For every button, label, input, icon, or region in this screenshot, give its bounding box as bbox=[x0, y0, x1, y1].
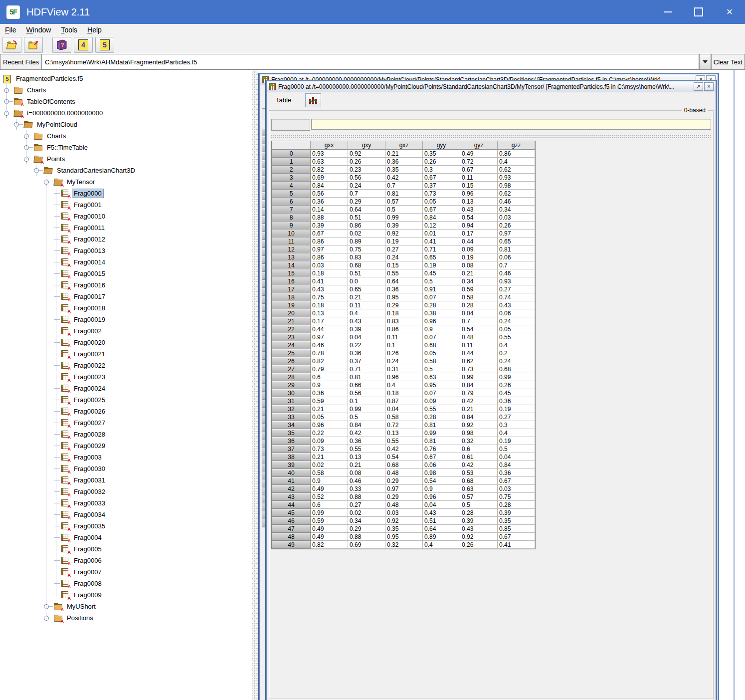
expand-handle[interactable] bbox=[44, 604, 49, 609]
table-cell[interactable]: 0.9 bbox=[423, 325, 460, 333]
column-header-gxz[interactable]: gxz bbox=[385, 141, 423, 150]
table-cell[interactable]: 0.62 bbox=[498, 190, 535, 198]
table-cell[interactable]: 0.69 bbox=[311, 174, 348, 182]
table-cell[interactable]: 0.99 bbox=[460, 373, 498, 381]
table-cell[interactable]: 0.43 bbox=[348, 317, 385, 325]
column-header-gzz[interactable]: gzz bbox=[498, 141, 535, 150]
table-cell[interactable]: 0.28 bbox=[423, 413, 460, 421]
row-header[interactable]: 32 bbox=[272, 405, 311, 413]
tree-item-t=000000000.0000000000[interactable]: At=000000000.0000000000 bbox=[0, 107, 252, 119]
table-cell[interactable]: 0.36 bbox=[311, 389, 348, 397]
tree-item-frag0008[interactable]: AFrag0008 bbox=[0, 578, 252, 589]
table-cell[interactable]: 0.29 bbox=[385, 493, 423, 501]
expand-handle[interactable] bbox=[24, 157, 29, 162]
row-header[interactable]: 14 bbox=[272, 261, 311, 269]
tree-item-frag0001[interactable]: AFrag0001 bbox=[0, 199, 252, 211]
tree-item-mypointcloud[interactable]: MyPointCloud bbox=[0, 119, 252, 130]
row-header[interactable]: 36 bbox=[272, 437, 311, 445]
table-cell[interactable]: 0.58 bbox=[385, 413, 423, 421]
table-cell[interactable]: 0.7 bbox=[460, 317, 498, 325]
active-frame[interactable]: Frag0000 at /t=000000000.0000000000/MyPo… bbox=[266, 80, 717, 700]
table-cell[interactable]: 0.67 bbox=[423, 174, 460, 182]
frame-close-button[interactable]: × bbox=[704, 82, 714, 91]
table-cell[interactable]: 0.81 bbox=[423, 421, 460, 429]
table-cell[interactable]: 0.3 bbox=[423, 166, 460, 174]
table-cell[interactable]: 0.82 bbox=[311, 541, 348, 549]
table-cell[interactable]: 0.98 bbox=[498, 182, 535, 190]
table-cell[interactable]: 0.42 bbox=[460, 461, 498, 469]
table-cell[interactable]: 0.42 bbox=[460, 397, 498, 405]
table-corner[interactable] bbox=[272, 141, 311, 150]
cell-value-field[interactable] bbox=[311, 119, 711, 130]
table-cell[interactable]: 0.11 bbox=[385, 333, 423, 341]
table-cell[interactable]: 0.27 bbox=[348, 501, 385, 509]
table-cell[interactable]: 0.85 bbox=[498, 525, 535, 533]
tree-item-frag0009[interactable]: AFrag0009 bbox=[0, 589, 252, 601]
table-cell[interactable]: 0.33 bbox=[348, 485, 385, 493]
table-cell[interactable]: 0.96 bbox=[385, 373, 423, 381]
table-cell[interactable]: 0.54 bbox=[460, 214, 498, 222]
row-header[interactable]: 39 bbox=[272, 461, 311, 469]
table-cell[interactable]: 0.18 bbox=[311, 301, 348, 309]
expand-handle[interactable] bbox=[4, 99, 9, 104]
table-cell[interactable]: 0.5 bbox=[423, 365, 460, 373]
table-cell[interactable]: 0.24 bbox=[498, 317, 535, 325]
table-cell[interactable]: 0.12 bbox=[423, 222, 460, 230]
tree-item-frag00012[interactable]: AFrag00012 bbox=[0, 233, 252, 245]
table-cell[interactable]: 0.91 bbox=[423, 285, 460, 293]
row-header[interactable]: 43 bbox=[272, 493, 311, 501]
table-cell[interactable]: 0.49 bbox=[311, 533, 348, 541]
table-cell[interactable]: 0.37 bbox=[348, 357, 385, 365]
row-header[interactable]: 11 bbox=[272, 237, 311, 245]
tree-item-frag00031[interactable]: AFrag00031 bbox=[0, 474, 252, 486]
table-cell[interactable]: 0.6 bbox=[460, 445, 498, 453]
table-cell[interactable]: 0.97 bbox=[311, 333, 348, 341]
table-cell[interactable]: 0.82 bbox=[311, 166, 348, 174]
table-cell[interactable]: 0.92 bbox=[460, 421, 498, 429]
table-cell[interactable]: 0.68 bbox=[498, 365, 535, 373]
row-header[interactable]: 35 bbox=[272, 429, 311, 437]
table-cell[interactable]: 0.21 bbox=[348, 461, 385, 469]
table-cell[interactable]: 0.15 bbox=[460, 182, 498, 190]
tree-item-frag00021[interactable]: AFrag00021 bbox=[0, 348, 252, 360]
table-cell[interactable]: 0.43 bbox=[498, 301, 535, 309]
table-cell[interactable]: 0.76 bbox=[423, 445, 460, 453]
table-cell[interactable]: 0.72 bbox=[385, 421, 423, 429]
row-header[interactable]: 38 bbox=[272, 453, 311, 461]
table-cell[interactable]: 0.36 bbox=[385, 158, 423, 166]
active-frame-titlebar[interactable]: Frag0000 at /t=000000000.0000000000/MyPo… bbox=[267, 81, 716, 92]
table-cell[interactable]: 0.89 bbox=[423, 533, 460, 541]
expand-handle[interactable] bbox=[24, 145, 29, 150]
table-cell[interactable]: 0.93 bbox=[498, 277, 535, 285]
table-cell[interactable]: 0.99 bbox=[423, 429, 460, 437]
row-header[interactable]: 42 bbox=[272, 485, 311, 493]
expand-handle[interactable] bbox=[34, 168, 39, 173]
table-cell[interactable]: 0.63 bbox=[460, 485, 498, 493]
open-file-button[interactable] bbox=[2, 37, 21, 53]
table-cell[interactable]: 0.52 bbox=[311, 493, 348, 501]
table-cell[interactable]: 0.17 bbox=[460, 230, 498, 237]
table-cell[interactable]: 0.57 bbox=[385, 198, 423, 206]
tree-item-frag0000[interactable]: AFrag0000 bbox=[0, 188, 252, 199]
table-cell[interactable]: 0.74 bbox=[498, 293, 535, 301]
tree-item-frag00018[interactable]: AFrag00018 bbox=[0, 302, 252, 314]
table-cell[interactable]: 0.96 bbox=[423, 317, 460, 325]
table-cell[interactable]: 0.13 bbox=[460, 198, 498, 206]
table-cell[interactable]: 0.14 bbox=[311, 206, 348, 214]
tree-item-frag0002[interactable]: AFrag0002 bbox=[0, 325, 252, 337]
table-cell[interactable]: 0.79 bbox=[311, 365, 348, 373]
table-cell[interactable]: 0.69 bbox=[348, 541, 385, 549]
table-cell[interactable]: 0.96 bbox=[311, 421, 348, 429]
table-cell[interactable]: 0.24 bbox=[385, 253, 423, 261]
row-header[interactable]: 34 bbox=[272, 421, 311, 429]
menu-table[interactable]: Table bbox=[271, 95, 296, 105]
table-cell[interactable]: 0.84 bbox=[498, 461, 535, 469]
hdf4-button[interactable]: 4 bbox=[74, 37, 93, 53]
table-cell[interactable]: 0.23 bbox=[348, 166, 385, 174]
table-cell[interactable]: 0.19 bbox=[423, 261, 460, 269]
table-cell[interactable]: 0.49 bbox=[460, 150, 498, 158]
table-cell[interactable]: 0.99 bbox=[311, 509, 348, 517]
table-cell[interactable]: 0.5 bbox=[385, 206, 423, 214]
help-button[interactable]: ? bbox=[52, 37, 71, 53]
table-cell[interactable]: 0.13 bbox=[385, 429, 423, 437]
